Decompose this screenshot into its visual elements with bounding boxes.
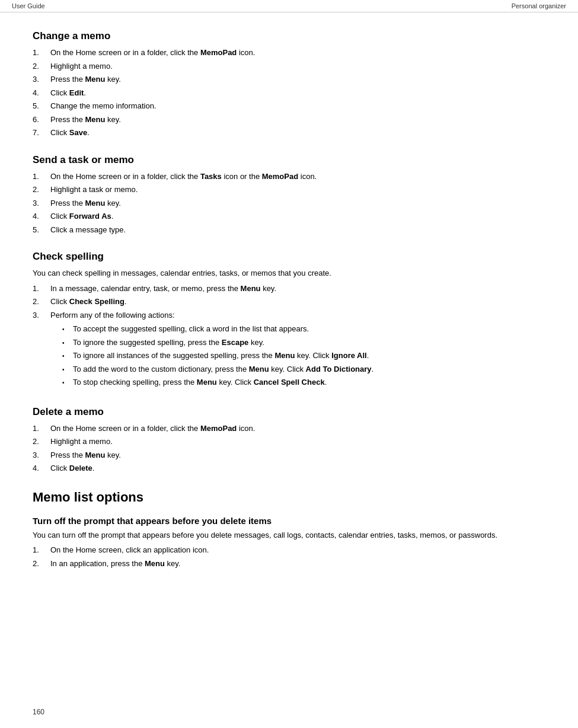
section-send-task-or-memo: Send a task or memo 1. On the Home scree… bbox=[33, 154, 545, 236]
section-title-change-a-memo: Change a memo bbox=[33, 30, 545, 42]
check-spelling-intro: You can check spelling in messages, cale… bbox=[33, 267, 545, 279]
list-item: 2. In an application, press the Menu key… bbox=[33, 558, 545, 570]
list-item: 4. Click Forward As. bbox=[33, 210, 545, 222]
list-item: 1. On the Home screen or in a folder, cl… bbox=[33, 423, 545, 435]
list-item: 3. Press the Menu key. bbox=[33, 74, 545, 85]
list-item: • To add the word to the custom dictiona… bbox=[62, 363, 545, 375]
list-item: 4. Click Edit. bbox=[33, 87, 545, 99]
header-left: User Guide bbox=[12, 2, 45, 9]
list-item: 2. Highlight a memo. bbox=[33, 60, 545, 72]
send-task-steps: 1. On the Home screen or in a folder, cl… bbox=[33, 171, 545, 236]
list-item: 1. On the Home screen, click an applicat… bbox=[33, 544, 545, 556]
delete-memo-steps: 1. On the Home screen or in a folder, cl… bbox=[33, 423, 545, 474]
list-item: 1. On the Home screen or in a folder, cl… bbox=[33, 47, 545, 59]
turn-off-prompt-steps: 1. On the Home screen, click an applicat… bbox=[33, 544, 545, 569]
section-delete-a-memo: Delete a memo 1. On the Home screen or i… bbox=[33, 406, 545, 474]
header-right: Personal organizer bbox=[512, 2, 566, 9]
list-item: 5. Change the memo information. bbox=[33, 100, 545, 112]
list-item: 7. Click Save. bbox=[33, 127, 545, 139]
section-title-memo-list-options: Memo list options bbox=[33, 490, 545, 505]
list-item: • To ignore all instances of the suggest… bbox=[62, 350, 545, 362]
list-item: 6. Press the Menu key. bbox=[33, 114, 545, 126]
list-item: 2. Highlight a memo. bbox=[33, 436, 545, 448]
list-item: • To accept the suggested spelling, clic… bbox=[62, 323, 545, 335]
page-number: 160 bbox=[33, 708, 44, 716]
list-item: 2. Click Check Spelling. bbox=[33, 296, 545, 308]
list-item: 1. In a message, calendar entry, task, o… bbox=[33, 283, 545, 295]
list-item: 4. Click Delete. bbox=[33, 462, 545, 474]
list-item: • To stop checking spelling, press the M… bbox=[62, 376, 545, 388]
list-item: • To ignore the suggested spelling, pres… bbox=[62, 337, 545, 349]
list-item: 3. Press the Menu key. bbox=[33, 449, 545, 461]
check-spelling-bullets: • To accept the suggested spelling, clic… bbox=[62, 323, 545, 388]
page-footer: 160 bbox=[33, 708, 44, 716]
turn-off-prompt-intro: You can turn off the prompt that appears… bbox=[33, 529, 545, 541]
list-item: 1. On the Home screen or in a folder, cl… bbox=[33, 171, 545, 183]
section-turn-off-prompt: Turn off the prompt that appears before … bbox=[33, 516, 545, 570]
section-memo-list-options: Memo list options bbox=[33, 490, 545, 505]
section-title-check-spelling: Check spelling bbox=[33, 251, 545, 263]
section-check-spelling: Check spelling You can check spelling in… bbox=[33, 251, 545, 391]
section-title-turn-off-prompt: Turn off the prompt that appears before … bbox=[33, 516, 545, 526]
page-content: Change a memo 1. On the Home screen or i… bbox=[0, 12, 578, 606]
section-title-send-task-memo: Send a task or memo bbox=[33, 154, 545, 166]
check-spelling-steps: 1. In a message, calendar entry, task, o… bbox=[33, 283, 545, 391]
list-item: 3. Press the Menu key. bbox=[33, 197, 545, 209]
list-item: 3. Perform any of the following actions:… bbox=[33, 309, 545, 391]
section-title-delete-memo: Delete a memo bbox=[33, 406, 545, 418]
list-item: 5. Click a message type. bbox=[33, 224, 545, 236]
change-memo-steps: 1. On the Home screen or in a folder, cl… bbox=[33, 47, 545, 139]
page-header: User Guide Personal organizer bbox=[0, 0, 578, 12]
list-item: 2. Highlight a task or memo. bbox=[33, 184, 545, 196]
section-change-a-memo: Change a memo 1. On the Home screen or i… bbox=[33, 30, 545, 139]
